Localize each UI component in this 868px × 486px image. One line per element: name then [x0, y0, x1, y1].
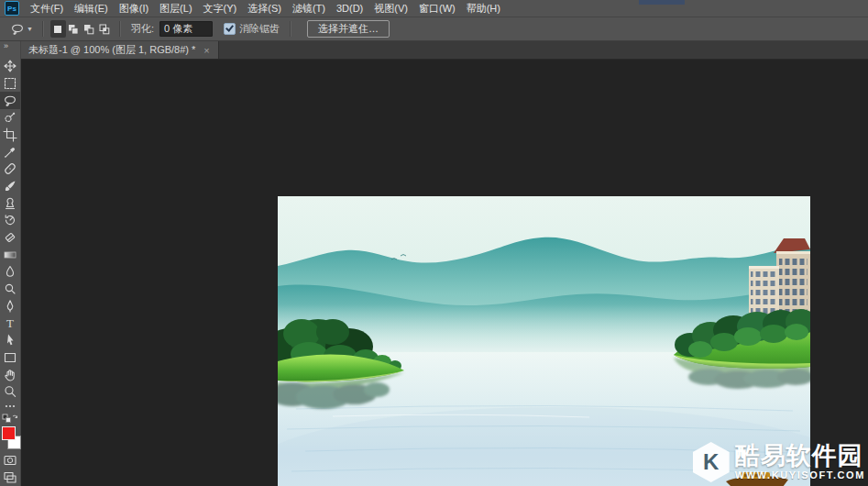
menu-select[interactable]: 选择(S) — [242, 0, 287, 17]
history-brush-tool[interactable] — [0, 212, 20, 229]
watermark-title: 酷易软件园 — [735, 444, 863, 469]
lasso-tool[interactable] — [0, 92, 20, 109]
menu-help[interactable]: 帮助(H) — [461, 0, 506, 17]
feather-input[interactable] — [159, 21, 213, 37]
intersect-selection-button[interactable] — [97, 20, 113, 38]
move-tool[interactable] — [0, 58, 20, 75]
watermark-logo-letter: K — [703, 449, 719, 475]
document-tab[interactable]: 未标题-1 @ 100% (图层 1, RGB/8#) * × — [20, 41, 219, 59]
document-tab-bar: 未标题-1 @ 100% (图层 1, RGB/8#) * × — [20, 41, 868, 60]
hand-tool[interactable] — [0, 366, 20, 383]
separator — [290, 21, 291, 37]
separator — [119, 21, 121, 37]
menu-filter[interactable]: 滤镜(T) — [287, 0, 331, 17]
menu-type[interactable]: 文字(Y) — [198, 0, 243, 17]
tool-options-bar: ▼ 羽化: 消除锯齿 选择并遮住… — [0, 17, 868, 41]
window-artifact — [639, 0, 685, 5]
menu-image[interactable]: 图像(I) — [114, 0, 154, 17]
swap-colors-button[interactable] — [2, 413, 18, 425]
new-selection-icon — [51, 23, 64, 36]
rectangular-marquee-tool[interactable] — [0, 74, 20, 92]
blur-tool[interactable] — [0, 263, 20, 281]
separator — [42, 21, 44, 37]
edit-toolbar-button[interactable] — [0, 401, 20, 414]
canvas-workspace[interactable] — [20, 60, 868, 486]
antialias-label: 消除锯齿 — [239, 22, 280, 36]
rectangle-tool[interactable] — [0, 348, 20, 366]
crop-tool[interactable] — [0, 127, 20, 144]
screen-mode-button[interactable] — [0, 469, 20, 486]
svg-text:T: T — [6, 316, 14, 330]
add-selection-icon — [67, 23, 80, 36]
add-to-selection-button[interactable] — [66, 20, 82, 38]
close-icon[interactable]: × — [203, 45, 209, 56]
dodge-tool[interactable] — [0, 281, 20, 298]
menu-3d[interactable]: 3D(D) — [331, 0, 368, 17]
tool-preset-picker[interactable]: ▼ — [7, 21, 36, 38]
gradient-tool[interactable] — [0, 246, 20, 263]
zoom-tool[interactable] — [0, 383, 20, 401]
subtract-selection-icon — [82, 23, 95, 36]
antialias-checkbox[interactable] — [224, 23, 236, 35]
type-tool[interactable]: T — [0, 315, 20, 332]
watermark-url: WWW.KUYISOFT.COM — [735, 470, 865, 480]
foreground-color-swatch[interactable] — [2, 426, 16, 440]
menu-view[interactable]: 视图(V) — [368, 0, 413, 17]
clone-stamp-tool[interactable] — [0, 194, 20, 212]
brush-tool[interactable] — [0, 178, 20, 195]
tools-panel: » T — [0, 41, 21, 486]
path-selection-tool[interactable] — [0, 332, 20, 349]
watermark: K 酷易软件园 WWW.KUYISOFT.COM — [693, 442, 865, 482]
swap-colors-icon — [2, 414, 18, 424]
menu-bar: Ps 文件(F) 编辑(E) 图像(I) 图层(L) 文字(Y) 选择(S) 滤… — [0, 0, 868, 17]
menu-edit[interactable]: 编辑(E) — [69, 0, 114, 17]
document-tab-title: 未标题-1 @ 100% (图层 1, RGB/8#) * — [28, 43, 195, 57]
spot-healing-brush-tool[interactable] — [0, 160, 20, 178]
menu-window[interactable]: 窗口(W) — [413, 0, 461, 17]
select-and-mask-button[interactable]: 选择并遮住… — [307, 20, 390, 38]
object-selection-tool[interactable] — [0, 109, 20, 127]
eraser-tool[interactable] — [0, 229, 20, 247]
menu-layer[interactable]: 图层(L) — [154, 0, 197, 17]
subtract-from-selection-button[interactable] — [82, 20, 97, 38]
chevron-down-icon: ▼ — [27, 26, 33, 32]
feather-label: 羽化: — [131, 22, 154, 36]
photoshop-logo: Ps — [5, 1, 19, 16]
lasso-icon — [10, 22, 25, 37]
watermark-logo-hexagon: K — [693, 442, 730, 482]
pen-tool[interactable] — [0, 297, 20, 315]
eyedropper-tool[interactable] — [0, 143, 20, 160]
color-swatches — [0, 425, 20, 452]
menu-file[interactable]: 文件(F) — [25, 0, 69, 17]
collapse-panel-icon[interactable]: » — [0, 41, 7, 52]
new-selection-button[interactable] — [50, 20, 66, 38]
intersect-selection-icon — [98, 23, 111, 36]
quick-mask-button[interactable] — [0, 452, 20, 469]
